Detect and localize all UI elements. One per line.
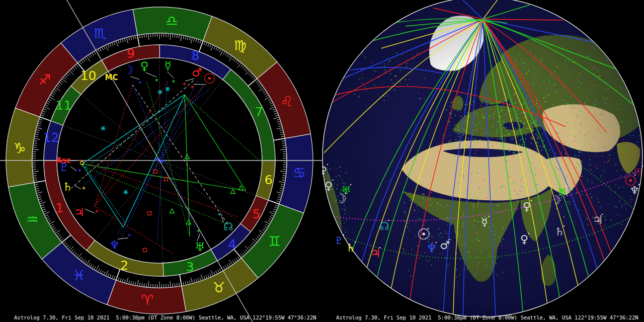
sign-glyph-leo: ♌ bbox=[280, 93, 293, 110]
sign-glyph-aries: ♈ bbox=[141, 292, 153, 308]
house-number-10: 10 bbox=[80, 68, 97, 83]
house-number-4: 4 bbox=[228, 237, 236, 252]
house-number-12: 12 bbox=[43, 130, 59, 145]
planet-glyph-mars-globe: ♂ bbox=[440, 239, 450, 252]
globe-shading bbox=[323, 0, 642, 317]
natal-chart-wheel-panel[interactable]: ♈♉♊♋♌♍♎♏♐♑♒♓123456789101112☉♂☿♀☽☊♅♆♃♄♇As… bbox=[0, 0, 322, 322]
planet-glyph-neptune-globe: ♆ bbox=[426, 241, 437, 255]
planet-glyph-venus-wheel: ♀ bbox=[140, 59, 149, 72]
planet-glyph-sun-wheel: ☉ bbox=[203, 70, 216, 87]
planet-glyph-jupiter-globe: ♃ bbox=[370, 246, 381, 260]
sign-glyph-capricorn: ♑ bbox=[14, 140, 26, 156]
planet-glyph-uranus-wheel: ♅ bbox=[195, 240, 205, 254]
planet-glyph-mars-wheel: ♂ bbox=[192, 66, 202, 79]
ascendant-degree-tick bbox=[79, 160, 80, 161]
sign-glyph-taurus: ♉ bbox=[212, 279, 225, 296]
glyph-pointer-dot bbox=[489, 216, 490, 217]
house-number-8: 8 bbox=[192, 48, 200, 63]
house-number-6: 6 bbox=[265, 173, 273, 187]
planet-glyph-saturn-wheel: ♄ bbox=[62, 180, 73, 193]
aspect-marker-conjunction bbox=[156, 158, 158, 160]
sign-glyph-gemini: ♊ bbox=[268, 233, 281, 250]
planet-glyph-north-node-wheel: ☊ bbox=[223, 220, 233, 233]
sign-glyph-cancer: ♋ bbox=[293, 165, 305, 181]
planet-glyph-sun-globe: ☉ bbox=[634, 167, 642, 177]
sign-glyph-virgo: ♍ bbox=[233, 37, 246, 54]
house-number-7: 7 bbox=[255, 105, 263, 119]
sign-glyph-sagittarius: ♐ bbox=[38, 71, 51, 88]
sign-glyph-pisces: ♓ bbox=[72, 267, 85, 284]
ascendant-label: Asc bbox=[56, 156, 70, 165]
glyph-pointer-dot bbox=[327, 164, 328, 165]
planet-glyph-moon-wheel: ☽ bbox=[123, 63, 134, 76]
planet-glyph-uranus-globe: ♅ bbox=[557, 186, 567, 198]
house-number-1: 1 bbox=[55, 201, 63, 215]
house-number-9: 9 bbox=[127, 46, 135, 61]
planet-glyph-neptune-wheel: ♆ bbox=[109, 238, 120, 252]
planet-glyph-venus-globe: ♀ bbox=[520, 233, 528, 246]
house-number-3: 3 bbox=[186, 260, 194, 274]
sign-glyph-aquarius: ♒ bbox=[26, 211, 39, 228]
house-number-5: 5 bbox=[252, 207, 260, 221]
planet-glyph-mercury-globe: ☿ bbox=[481, 216, 488, 228]
sign-glyph-scorpio: ♏ bbox=[94, 25, 107, 42]
planet-glyph-mercury-wheel: ☿ bbox=[164, 59, 171, 72]
glyph-pointer-dot bbox=[528, 233, 529, 234]
planet-glyph-saturn-globe: ♄ bbox=[554, 225, 565, 238]
planet-glyph-jupiter-wheel: ♃ bbox=[74, 206, 85, 219]
aspect-marker-conjunction bbox=[161, 160, 163, 162]
planet-glyph-jupiter-globe: ♃ bbox=[592, 213, 603, 227]
glyph-pointer-dot bbox=[333, 180, 334, 181]
natal-chart-wheel: ♈♉♊♋♌♍♎♏♐♑♒♓123456789101112☉♂☿♀☽☊♅♆♃♄♇As… bbox=[0, 0, 322, 322]
planet-glyph-pluto-globe: ♇ bbox=[335, 234, 344, 247]
astrolog-window: ♈♉♊♋♌♍♎♏♐♑♒♓123456789101112☉♂☿♀☽☊♅♆♃♄♇As… bbox=[0, 0, 644, 322]
midheaven-label: MC bbox=[105, 73, 118, 82]
astro-globe: ♀♀♅☽♇♄♃☊☉♆♂☿♀♀☽♅♄♃☉♆☉ bbox=[322, 0, 644, 322]
planet-glyph-sun-globe: ☉ bbox=[417, 225, 431, 243]
house-number-11: 11 bbox=[56, 98, 72, 113]
house-number-2: 2 bbox=[120, 258, 128, 273]
status-bar-right: Astrolog 7.30, Fri Sep 10 2021 5:00:38pm… bbox=[336, 314, 644, 321]
planet-glyph-moon-globe: ☽ bbox=[335, 191, 347, 206]
glyph-pointer-dot bbox=[531, 200, 532, 201]
status-bar-left: Astrolog 7.30, Fri Sep 10 2021 5:00:38pm… bbox=[14, 314, 322, 321]
planet-glyph-north-node-globe: ☊ bbox=[379, 220, 389, 232]
sign-glyph-libra: ♎ bbox=[166, 13, 178, 29]
planet-glyph-venus-globe: ♀ bbox=[523, 200, 531, 213]
astro-globe-panel[interactable]: ♀♀♅☽♇♄♃☊☉♆♂☿♀♀☽♅♄♃☉♆☉ Astrolog 7.30, Fri… bbox=[322, 0, 644, 322]
